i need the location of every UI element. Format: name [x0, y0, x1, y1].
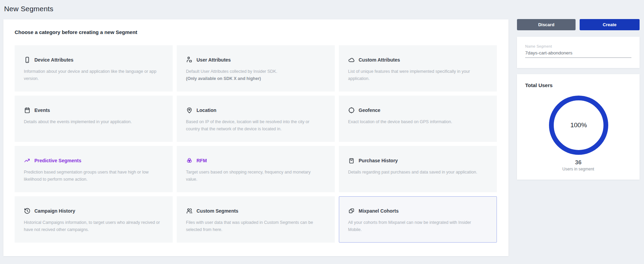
name-segment-label: Name Segment — [525, 44, 631, 48]
category-title: Purchase History — [359, 158, 398, 163]
category-title: Campaign History — [34, 208, 75, 214]
category-card-user-attributes[interactable]: User Attributes Default User Attributes … — [177, 45, 335, 92]
category-description-note: (Only available on SDK X and higher) — [186, 75, 322, 82]
name-segment-card: Name Segment — [517, 37, 640, 68]
name-segment-input[interactable] — [525, 50, 631, 58]
category-title: Predictive Segments — [34, 158, 81, 163]
map-pin-icon — [186, 107, 193, 114]
category-card-events[interactable]: Events Details about the events implemen… — [15, 96, 173, 142]
panel-heading: Choose a category before creating a new … — [15, 29, 137, 35]
category-description: List of unique features that were implem… — [348, 68, 484, 82]
category-card-geofence[interactable]: Geofence Exact location of the device ba… — [339, 96, 497, 142]
category-card-predictive-segments[interactable]: Predictive Segments Prediction based seg… — [15, 146, 173, 192]
category-card-rfm[interactable]: RFM Target users based on shopping recen… — [177, 146, 335, 192]
overlapping-squares-icon — [348, 208, 355, 214]
category-card-custom-segments[interactable]: Custom Segments Files with user data tha… — [177, 196, 335, 243]
category-title: Custom Attributes — [359, 57, 400, 63]
category-description: Based on IP of the device, location will… — [186, 118, 322, 133]
category-title: Location — [197, 108, 216, 113]
category-card-campaign-history[interactable]: Campaign History Historical Campaigns in… — [15, 196, 173, 243]
calendar-icon — [24, 107, 31, 114]
category-card-mixpanel-cohorts[interactable]: Mixpanel Cohorts All your cohorts from M… — [339, 196, 497, 243]
venn-circles-icon — [186, 157, 193, 164]
category-card-custom-attributes[interactable]: Custom Attributes List of unique feature… — [339, 45, 497, 92]
category-panel: Choose a category before creating a new … — [3, 19, 508, 256]
category-description: Exact location of the device based on GP… — [348, 118, 484, 126]
user-device-icon — [186, 56, 193, 63]
cloud-icon — [348, 56, 355, 63]
geofence-icon — [348, 107, 355, 114]
category-description: All your cohorts from Mixpanel can now b… — [348, 219, 484, 233]
category-title: Device Attributes — [34, 57, 74, 63]
category-card-device-attributes[interactable]: Device Attributes Information about your… — [15, 45, 173, 92]
users-count-caption: Users in segment — [517, 167, 640, 171]
category-card-location[interactable]: Location Based on IP of the device, loca… — [177, 96, 335, 142]
category-title: Custom Segments — [197, 208, 238, 214]
page-title: New Segments — [4, 5, 53, 13]
category-description: Details regarding past purchases and dat… — [348, 169, 484, 176]
category-description: Details about the events implemented in … — [24, 118, 160, 126]
category-grid: Device Attributes Information about your… — [15, 45, 497, 243]
category-title: Mixpanel Cohorts — [359, 208, 398, 214]
category-description: Prediction based segmentation groups use… — [24, 169, 160, 183]
category-title: Geofence — [359, 108, 380, 113]
total-users-heading: Total Users — [525, 82, 631, 88]
category-card-purchase-history[interactable]: Purchase History Details regarding past … — [339, 146, 497, 192]
category-description: Information about your device and applic… — [24, 68, 160, 82]
category-description: Target users based on shopping recency, … — [186, 169, 322, 183]
category-title: Events — [34, 108, 50, 113]
device-icon — [24, 56, 31, 63]
shopping-bag-icon — [348, 157, 355, 164]
trend-arrow-icon — [24, 157, 31, 164]
total-users-donut-chart: 100% — [546, 93, 611, 158]
total-users-card: Total Users 100% 36 Users in segment — [517, 74, 640, 180]
donut-percent-label: 100% — [546, 93, 611, 158]
users-icon — [186, 208, 193, 214]
discard-button[interactable]: Discard — [517, 19, 576, 30]
create-button[interactable]: Create — [580, 19, 640, 30]
users-count: 36 — [517, 159, 640, 166]
category-title: User Attributes — [197, 57, 231, 63]
history-clock-icon — [24, 208, 31, 214]
category-description: Default User Attributes collected by Ins… — [186, 68, 322, 75]
category-title: RFM — [197, 158, 207, 163]
category-description: Files with user data that was uploaded i… — [186, 219, 322, 233]
category-description: Historical Campaigns information, to tar… — [24, 219, 160, 233]
